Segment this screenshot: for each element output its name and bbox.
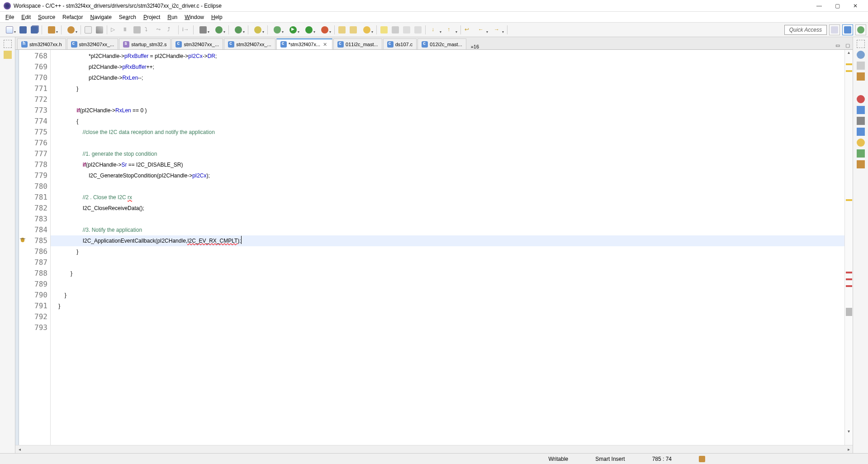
overview-error-mark[interactable] (846, 285, 852, 287)
menu-project[interactable]: Project (140, 13, 164, 21)
save-all-button[interactable] (29, 24, 40, 35)
problems-view-icon[interactable] (857, 95, 865, 103)
overview-warning-mark[interactable] (846, 199, 852, 201)
menu-help[interactable]: Help (208, 13, 226, 21)
tab-close-icon[interactable]: ✕ (323, 42, 328, 47)
code-line[interactable]: //1. generate the stop condition (51, 148, 844, 159)
open-task-button[interactable] (348, 24, 359, 35)
task-list-icon[interactable] (857, 62, 865, 70)
code-line[interactable]: *pI2CHandle->pRxBuffer = pI2CHandle->pI2… (51, 51, 844, 62)
horizontal-scrollbar[interactable]: ◂ ▸ (15, 445, 853, 453)
step-over-button[interactable]: ⤳ (154, 24, 165, 35)
scroll-down-button[interactable]: ▾ (845, 429, 853, 437)
menu-source[interactable]: Source (34, 13, 59, 21)
code-line[interactable]: } (51, 268, 844, 279)
menu-navigate[interactable]: Navigate (86, 13, 115, 21)
hscroll-right-button[interactable]: ▸ (844, 447, 853, 452)
overview-scroll-thumb[interactable] (846, 308, 852, 316)
tasks-view-icon[interactable] (857, 106, 865, 114)
search-button[interactable] (359, 24, 375, 35)
properties-view-icon[interactable] (857, 128, 865, 136)
code-line[interactable]: } (51, 290, 844, 301)
quick-access-field[interactable]: Quick Access (784, 25, 827, 35)
overview-error-mark[interactable] (846, 272, 852, 273)
overview-ruler[interactable]: ▴ ▾ (844, 50, 853, 445)
code-line[interactable] (51, 322, 844, 333)
save-button[interactable] (18, 24, 28, 35)
editor-tab-2[interactable]: startup_stm32.s (119, 38, 171, 49)
editor-tab-7[interactable]: ds107.c (383, 38, 417, 49)
code-line[interactable] (51, 214, 844, 225)
editor-tab-6[interactable]: 011i2c_mast... (333, 38, 382, 49)
coverage-button[interactable] (301, 24, 317, 35)
terminate-button[interactable] (132, 24, 142, 35)
build-button[interactable] (44, 24, 59, 35)
last-edit-button[interactable]: ↩ (463, 24, 474, 35)
code-editor[interactable]: 7687697707717727737747757767777787797807… (15, 50, 853, 445)
restore-view-icon[interactable] (4, 40, 12, 48)
run-button[interactable]: ▶ (285, 24, 301, 35)
maximize-editor-button[interactable]: ▢ (844, 41, 852, 49)
hscroll-left-button[interactable]: ◂ (15, 447, 24, 452)
code-line[interactable] (51, 94, 844, 105)
forward-button[interactable]: → (490, 24, 505, 35)
editor-tab-4[interactable]: stm32f407xx_... (224, 38, 275, 49)
debug-config-button[interactable] (211, 24, 227, 35)
restore-right-view-icon[interactable] (857, 40, 865, 48)
debug-perspective-button[interactable] (855, 24, 866, 35)
status-insert-mode[interactable]: Smart Insert (591, 456, 629, 462)
code-line[interactable] (51, 311, 844, 322)
open-perspective-button[interactable] (829, 24, 840, 35)
external-tools-button[interactable] (317, 24, 332, 35)
new-button[interactable] (2, 24, 17, 35)
cpp-perspective-button[interactable] (842, 24, 853, 35)
pin-editor-button[interactable] (413, 24, 423, 35)
status-build-icon[interactable] (694, 456, 710, 462)
code-line[interactable]: I2C_CloseReceiveData(); (51, 203, 844, 214)
code-line[interactable]: if(pI2CHandle->RxLen == 0 ) (51, 105, 844, 116)
code-line[interactable]: I2C_GenerateStopCondition(pI2CHandle->pI… (51, 170, 844, 181)
minimize-editor-button[interactable]: ▭ (834, 41, 842, 49)
code-line[interactable]: //2 . Close the I2C rx (51, 192, 844, 203)
debug-button[interactable] (270, 24, 285, 35)
mark-occurrences-button[interactable] (379, 24, 389, 35)
editor-tab-0[interactable]: stm32f407xx.h (17, 38, 66, 49)
editor-tab-1[interactable]: stm32f407xx_... (67, 38, 119, 49)
close-button[interactable]: ✕ (846, 0, 864, 11)
step-into-button[interactable]: ⤵ (143, 24, 154, 35)
code-line[interactable]: pI2CHandle->RxLen--; (51, 72, 844, 83)
editor-tab-3[interactable]: stm32f407xx_... (171, 38, 223, 49)
code-line[interactable]: } (51, 83, 844, 94)
outline-view-icon[interactable] (857, 51, 865, 59)
next-annotation-button[interactable]: ↓ (427, 24, 443, 35)
maximize-button[interactable]: ▢ (828, 0, 846, 11)
code-line[interactable]: if(pI2CHandle->Sr == I2C_DISABLE_SR) (51, 159, 844, 170)
menu-search[interactable]: Search (115, 13, 140, 21)
profile-button[interactable] (250, 24, 266, 35)
editor-tab-5[interactable]: *stm32f407x...✕ (276, 38, 332, 49)
suspend-button[interactable]: ⏸ (120, 24, 131, 35)
status-cursor-position[interactable]: 785 : 74 (648, 456, 676, 462)
instruction-step-button[interactable]: i→ (180, 24, 191, 35)
code-line[interactable] (51, 181, 844, 192)
tab-overflow-indicator[interactable]: »16 (469, 44, 481, 49)
overview-warning-mark[interactable] (846, 70, 852, 72)
folding-ruler[interactable] (15, 50, 19, 445)
code-line[interactable] (51, 279, 844, 290)
open-type-button[interactable] (337, 24, 347, 35)
code-line[interactable]: pI2CHandle->pRxBuffer++; (51, 62, 844, 72)
project-explorer-icon[interactable] (4, 51, 12, 59)
code-line[interactable]: } (51, 301, 844, 311)
code-line[interactable] (51, 138, 844, 148)
toggle-button[interactable] (83, 24, 94, 35)
back-button[interactable]: ← (474, 24, 489, 35)
prev-annotation-button[interactable]: ↑ (443, 24, 459, 35)
code-line[interactable]: I2C_ApplicationEventCallback(pI2CHandle,… (51, 235, 844, 246)
menu-file[interactable]: File (2, 13, 18, 21)
resume-button[interactable]: ▷ (109, 24, 120, 35)
code-line[interactable] (51, 257, 844, 268)
launch-mode-button[interactable] (195, 24, 211, 35)
scroll-up-button[interactable]: ▴ (845, 50, 853, 58)
show-whitespace-button[interactable] (401, 24, 412, 35)
code-line[interactable]: //3. Notify the application (51, 225, 844, 235)
